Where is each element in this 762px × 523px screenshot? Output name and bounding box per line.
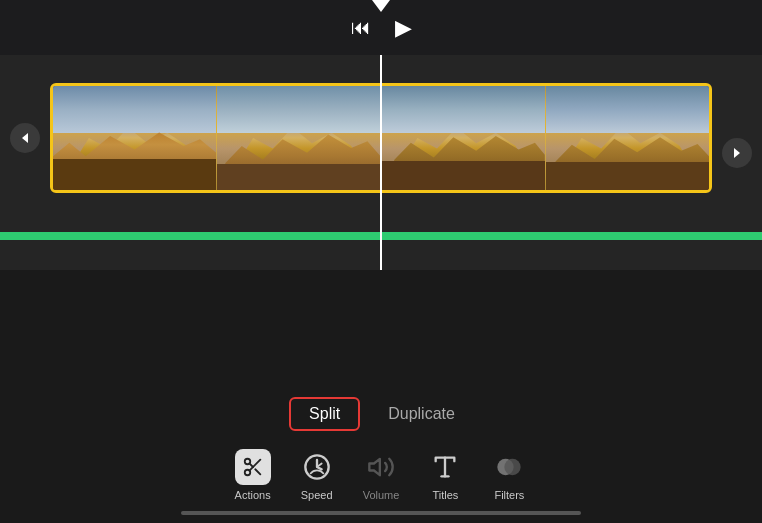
titles-tool[interactable]: Titles bbox=[427, 449, 463, 501]
svg-line-5 bbox=[255, 469, 260, 474]
svg-marker-9 bbox=[369, 459, 380, 475]
volume-icon bbox=[363, 449, 399, 485]
go-to-start-button[interactable]: ⏮ bbox=[339, 8, 383, 47]
speed-icon bbox=[299, 449, 335, 485]
volume-label: Volume bbox=[363, 489, 400, 501]
clip-frame-1 bbox=[53, 86, 217, 190]
transport-bar: ⏮ ▶ bbox=[0, 0, 762, 55]
tools-row: Actions Speed bbox=[235, 441, 528, 509]
titles-label: Titles bbox=[432, 489, 458, 501]
clip-frame-4 bbox=[546, 86, 709, 190]
actions-label: Actions bbox=[235, 489, 271, 501]
split-tab[interactable]: Split bbox=[289, 397, 360, 431]
filters-tool[interactable]: Filters bbox=[491, 449, 527, 501]
actions-tool[interactable]: Actions bbox=[235, 449, 271, 501]
nav-arrow-left-button[interactable] bbox=[10, 123, 40, 153]
timeline-area bbox=[0, 55, 762, 270]
tab-row: Split Duplicate bbox=[289, 383, 473, 441]
filters-icon bbox=[491, 449, 527, 485]
filters-label: Filters bbox=[494, 489, 524, 501]
bottom-toolbar: Split Duplicate Actions bbox=[0, 383, 762, 523]
titles-icon bbox=[427, 449, 463, 485]
play-button[interactable]: ▶ bbox=[383, 7, 424, 49]
nav-arrow-right-button[interactable] bbox=[722, 138, 752, 168]
volume-tool[interactable]: Volume bbox=[363, 449, 400, 501]
clip-frame-3 bbox=[382, 86, 546, 190]
scissors-icon bbox=[235, 449, 271, 485]
clip-frame-2 bbox=[217, 86, 381, 190]
speed-tool[interactable]: Speed bbox=[299, 449, 335, 501]
playhead-triangle bbox=[372, 0, 390, 12]
svg-point-13 bbox=[505, 459, 521, 475]
svg-marker-1 bbox=[734, 148, 740, 158]
speed-label: Speed bbox=[301, 489, 333, 501]
svg-line-6 bbox=[249, 463, 253, 467]
handle-bar bbox=[181, 511, 581, 515]
duplicate-tab[interactable]: Duplicate bbox=[370, 399, 473, 429]
playhead-line bbox=[380, 55, 382, 270]
svg-marker-0 bbox=[22, 133, 28, 143]
